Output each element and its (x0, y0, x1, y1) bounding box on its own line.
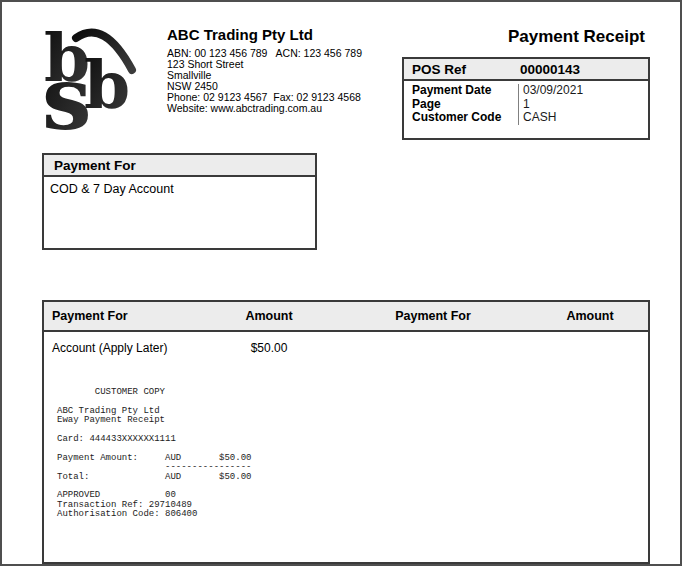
page-label: Page (412, 98, 518, 112)
payment-table: Payment For Amount Payment For Amount Ac… (42, 300, 650, 564)
company-logo: b b s (42, 24, 147, 136)
table-row: Account (Apply Later) $50.00 (44, 341, 648, 355)
header-payment-for-2: Payment For (334, 309, 532, 323)
company-name: ABC Trading Pty Ltd (167, 26, 362, 43)
pos-ref-number: 00000143 (520, 62, 580, 77)
payment-for-box: Payment For COD & 7 Day Account (42, 153, 317, 250)
company-info: ABC Trading Pty Ltd ABN: 00 123 456 789 … (167, 26, 362, 114)
row-amount-2 (532, 341, 648, 355)
company-logo-graphic: b b s (42, 24, 147, 136)
logo-letter-s: s (42, 46, 92, 136)
payment-for-box-content: COD & 7 Day Account (44, 177, 315, 201)
pos-ref-box: POS Ref 00000143 Payment Date Page Custo… (402, 57, 650, 140)
payment-date-value: 03/09/2021 (523, 84, 583, 98)
payment-for-box-title: Payment For (54, 158, 136, 173)
payment-table-header: Payment For Amount Payment For Amount (44, 302, 648, 332)
receipt-page: b b s ABC Trading Pty Ltd ABN: 00 123 45… (0, 0, 682, 566)
pos-ref-details: Payment Date Page Customer Code 03/09/20… (404, 81, 648, 125)
customer-code-label: Customer Code (412, 111, 518, 125)
row-payment-for-1: Account (Apply Later) (44, 341, 204, 355)
header-payment-for-1: Payment For (44, 309, 204, 323)
document-title: Payment Receipt (508, 27, 645, 47)
header-amount-2: Amount (532, 309, 648, 323)
payment-date-label: Payment Date (412, 84, 518, 98)
pos-ref-detail-values: 03/09/2021 1 CASH (518, 84, 583, 125)
row-payment-for-2 (334, 341, 532, 355)
customer-code-value: CASH (523, 111, 583, 125)
header-amount-1: Amount (204, 309, 334, 323)
pos-ref-detail-labels: Payment Date Page Customer Code (412, 84, 518, 125)
eftpos-customer-copy-text: CUSTOMER COPY ABC Trading Pty Ltd Eway P… (57, 388, 251, 520)
row-amount-1: $50.00 (204, 341, 334, 355)
pos-ref-label: POS Ref (412, 62, 466, 77)
company-website: Website: www.abctrading.com.au (167, 103, 362, 114)
payment-for-box-header: Payment For (44, 155, 315, 177)
page-value: 1 (523, 98, 583, 112)
pos-ref-header: POS Ref 00000143 (404, 59, 648, 81)
